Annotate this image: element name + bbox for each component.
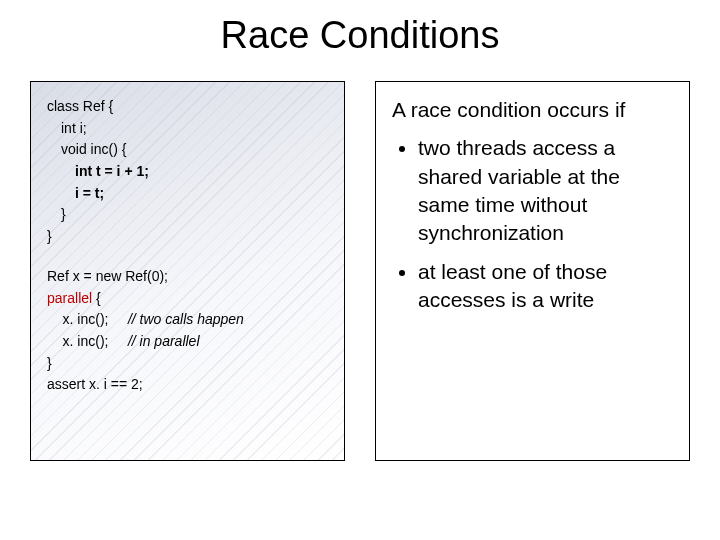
code-line: Ref x = new Ref(0);	[47, 266, 328, 288]
code-text: x. inc();	[47, 333, 128, 349]
explanation-bullets: two threads access a shared variable at …	[392, 134, 673, 314]
bullet-item: two threads access a shared variable at …	[418, 134, 673, 247]
code-line: x. inc(); // two calls happen	[47, 309, 328, 331]
usage-block: Ref x = new Ref(0); parallel { x. inc();…	[47, 266, 328, 396]
code-line: void inc() {	[47, 139, 328, 161]
code-line: int i;	[47, 118, 328, 140]
code-line: class Ref {	[47, 96, 328, 118]
columns: class Ref { int i; void inc() { int t = …	[30, 81, 690, 461]
code-line: i = t;	[47, 183, 328, 205]
code-line: }	[47, 204, 328, 226]
code-line: assert x. i == 2;	[47, 374, 328, 396]
code-text: {	[92, 290, 101, 306]
keyword-parallel: parallel	[47, 290, 92, 306]
code-comment: // two calls happen	[128, 311, 244, 327]
code-line: int t = i + 1;	[47, 161, 328, 183]
code-line: x. inc(); // in parallel	[47, 331, 328, 353]
bullet-item: at least one of those accesses is a writ…	[418, 258, 673, 315]
code-panel: class Ref { int i; void inc() { int t = …	[30, 81, 345, 461]
code-comment: // in parallel	[128, 333, 200, 349]
code-line: }	[47, 226, 328, 248]
explanation-panel: A race condition occurs if two threads a…	[375, 81, 690, 461]
class-def: class Ref { int i; void inc() { int t = …	[47, 96, 328, 248]
explanation-lead: A race condition occurs if	[392, 96, 673, 124]
slide-title: Race Conditions	[30, 14, 690, 57]
slide: Race Conditions class Ref { int i; void …	[0, 0, 720, 540]
code-line: }	[47, 353, 328, 375]
code-line: parallel {	[47, 288, 328, 310]
code-text: x. inc();	[47, 311, 128, 327]
